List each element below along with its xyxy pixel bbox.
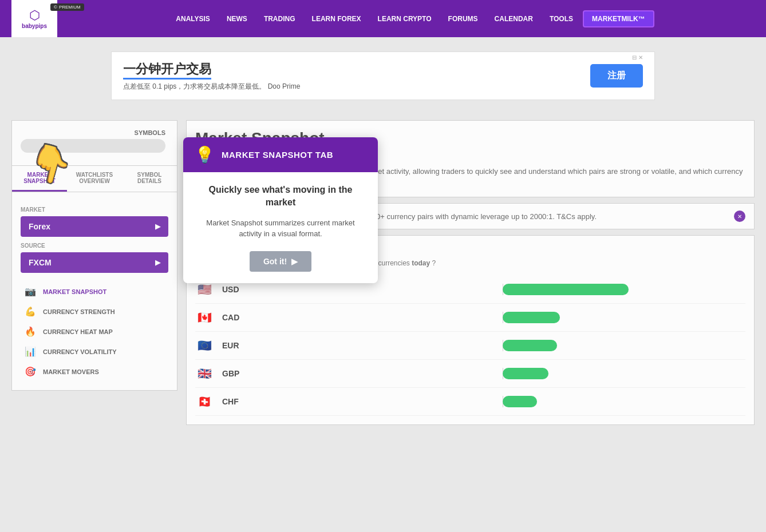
nav-learn-forex[interactable]: LEARN FOREX	[305, 10, 368, 27]
strength-icon: 💪	[23, 306, 37, 317]
eur-bar-container	[259, 340, 745, 351]
chf-bar	[503, 396, 537, 407]
chf-bar-container	[259, 396, 745, 407]
got-it-button[interactable]: Got it! ▶	[250, 251, 311, 272]
menu-market-movers[interactable]: 🎯 MARKET MOVERS	[21, 362, 168, 382]
ad-register-button[interactable]: 注册	[590, 64, 643, 88]
navigation: ANALYSIS NEWS TRADING LEARN FOREX LEARN …	[69, 10, 755, 27]
nav-learn-crypto[interactable]: LEARN CRYPTO	[371, 10, 439, 27]
ad-title: 一分钟开户交易	[123, 61, 211, 80]
ad-subtitle: 点差低至 0.1 pips，力求将交易成本降至最低。 Doo Prime	[123, 82, 590, 92]
currency-row-eur: 🇪🇺 EUR	[195, 332, 745, 360]
camera-icon: 📷	[23, 286, 37, 297]
sidebar: 👇 SYMBOLS MARKETSNAPSHOT WATCHLISTSOVERV…	[11, 120, 177, 425]
usd-bar	[503, 284, 629, 295]
logo-icon: ⬡	[29, 8, 40, 23]
gbp-label: GBP	[222, 369, 251, 378]
premium-badge: © PREMIUM	[50, 3, 84, 11]
eur-label: EUR	[222, 341, 251, 350]
menu-currency-strength[interactable]: 💪 CURRENCY STRENGTH	[21, 301, 168, 321]
tooltip-title: MARKET SNAPSHOT TAB	[222, 150, 333, 160]
market-label: MARKET	[21, 207, 168, 213]
gbp-flag: 🇬🇧	[195, 364, 214, 383]
cad-bar-container	[259, 312, 745, 323]
movers-icon: 🎯	[23, 366, 37, 377]
usd-bar-container	[259, 284, 745, 295]
ad-card-close-button[interactable]: ✕	[734, 211, 745, 222]
header: ⬡ babypips © PREMIUM ANALYSIS NEWS TRADI…	[0, 0, 766, 37]
source-label: SOURCE	[21, 243, 168, 249]
nav-news[interactable]: NEWS	[220, 10, 254, 27]
sidebar-body: MARKET Forex ▶ SOURCE FXCM ▶ 📷 MARKET SN…	[11, 192, 177, 391]
ad-card-text: Trade 400+ currency pairs with dynamic l…	[346, 212, 597, 221]
menu-currency-volatility[interactable]: 📊 CURRENCY VOLATILITY	[21, 342, 168, 362]
tooltip-lightbulb-icon: 💡	[195, 145, 215, 164]
tab-watchlists-overview[interactable]: WATCHLISTSOVERVIEW	[67, 166, 122, 192]
menu-market-snapshot[interactable]: 📷 MARKET SNAPSHOT	[21, 281, 168, 301]
usd-label: USD	[222, 285, 251, 294]
got-it-arrow-icon: ▶	[291, 257, 298, 266]
cad-label: CAD	[222, 313, 251, 322]
currency-row-gbp: 🇬🇧 GBP	[195, 360, 745, 388]
logo-text: babypips	[22, 23, 47, 29]
source-dropdown[interactable]: FXCM ▶	[21, 252, 168, 273]
eur-flag: 🇪🇺	[195, 336, 214, 355]
gbp-bar	[503, 368, 548, 379]
nav-trading[interactable]: TRADING	[257, 10, 302, 27]
cad-bar	[503, 312, 560, 323]
nav-tools[interactable]: TOOLS	[543, 10, 580, 27]
tooltip-body: Quickly see what's moving in the market …	[183, 172, 378, 283]
volatility-icon: 📊	[23, 346, 37, 357]
tooltip-popup: 💡 MARKET SNAPSHOT TAB Quickly see what's…	[183, 137, 378, 283]
menu-currency-heatmap[interactable]: 🔥 CURRENCY HEAT MAP	[21, 321, 168, 342]
heatmap-icon: 🔥	[23, 326, 37, 337]
ad-banner: ⊟ ✕ 一分钟开户交易 点差低至 0.1 pips，力求将交易成本降至最低。 D…	[111, 51, 655, 100]
symbols-label: SYMBOLS	[21, 129, 165, 136]
dropdown-arrow-icon: ▶	[155, 223, 160, 231]
sidebar-menu: 📷 MARKET SNAPSHOT 💪 CURRENCY STRENGTH 🔥 …	[21, 281, 168, 382]
cad-flag: 🇨🇦	[195, 308, 214, 327]
chf-flag: 🇨🇭	[195, 392, 214, 411]
tooltip-main-text: Quickly see what's moving in the market	[195, 184, 366, 209]
source-dropdown-arrow-icon: ▶	[155, 259, 160, 267]
usd-flag: 🇺🇸	[195, 280, 214, 299]
ad-corner-icon: ⊟ ✕	[632, 54, 643, 61]
tab-symbol-details[interactable]: SYMBOLDETAILS	[122, 166, 177, 192]
market-dropdown[interactable]: Forex ▶	[21, 216, 168, 237]
currency-row-chf: 🇨🇭 CHF	[195, 388, 745, 416]
ad-content: 一分钟开户交易 点差低至 0.1 pips，力求将交易成本降至最低。 Doo P…	[123, 61, 590, 92]
nav-marketmilk[interactable]: MarketMilk™	[583, 10, 654, 27]
tooltip-header: 💡 MARKET SNAPSHOT TAB	[183, 137, 378, 172]
currency-row-cad: 🇨🇦 CAD	[195, 304, 745, 332]
gbp-bar-container	[259, 368, 745, 379]
nav-analysis[interactable]: ANALYSIS	[169, 10, 217, 27]
nav-forums[interactable]: FORUMS	[441, 10, 485, 27]
chf-label: CHF	[222, 397, 251, 406]
sidebar-top: 👇 SYMBOLS	[11, 120, 177, 166]
tooltip-sub-text: Market Snapshot summarizes current marke…	[195, 217, 366, 240]
nav-calendar[interactable]: CALENDAR	[488, 10, 540, 27]
eur-bar	[503, 340, 557, 351]
